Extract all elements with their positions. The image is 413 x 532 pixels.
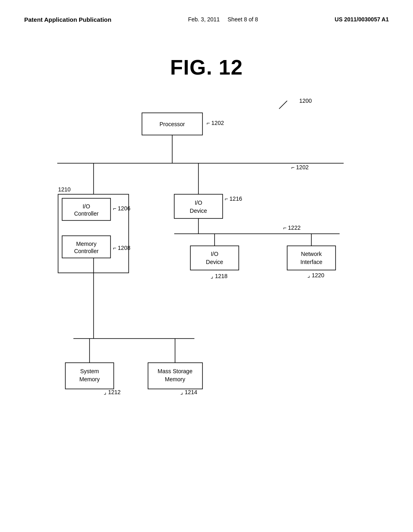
io-device-1216-label1: I/O: [195, 200, 202, 206]
label-1214: ⌟ 1214: [180, 389, 197, 395]
label-1200: 1200: [299, 98, 312, 104]
io-device-1216-box: [174, 194, 223, 218]
io-device-1218-label2: Device: [206, 259, 223, 265]
label-1220: ⌟ 1220: [307, 272, 324, 278]
diagram-container: 1200 Processor ⌐ 1202 ⌐ 1202 1210 I/O Co…: [32, 89, 381, 451]
figure-title: FIG. 12: [0, 55, 413, 79]
header-center: Feb. 3, 2011 Sheet 8 of 8: [188, 16, 258, 23]
io-controller-label1: I/O: [83, 203, 90, 210]
label-1202-bus: ⌐ 1202: [291, 164, 309, 170]
header-sheet: Sheet 8 of 8: [227, 16, 258, 23]
io-device-1218-label1: I/O: [211, 251, 219, 257]
header-right: US 2011/0030057 A1: [335, 16, 389, 23]
label-1206: ⌐ 1206: [113, 205, 130, 212]
header-date: Feb. 3, 2011: [188, 16, 220, 23]
network-interface-box: [287, 246, 336, 270]
network-interface-label1: Network: [301, 251, 322, 257]
label-1202-proc: ⌐ 1202: [206, 120, 224, 126]
memory-controller-label2: Controller: [74, 248, 99, 254]
mass-storage-label1: Mass Storage: [158, 368, 193, 374]
network-interface-label2: Interface: [300, 259, 323, 265]
system-memory-label2: Memory: [79, 376, 100, 382]
system-memory-label1: System: [80, 368, 99, 374]
mass-storage-label2: Memory: [165, 376, 186, 382]
io-device-1216-label2: Device: [190, 208, 207, 214]
page-header: Patent Application Publication Feb. 3, 2…: [0, 0, 413, 23]
label-1216: ⌐ 1216: [225, 195, 242, 202]
processor-label: Processor: [159, 121, 185, 127]
label-1212: ⌟ 1212: [104, 389, 121, 395]
header-left: Patent Application Publication: [24, 16, 111, 23]
label-1210: 1210: [58, 186, 71, 193]
label-1208: ⌐ 1208: [113, 245, 130, 251]
io-controller-label2: Controller: [74, 210, 99, 217]
memory-controller-label1: Memory: [76, 241, 97, 247]
label-1218: ⌟ 1218: [211, 273, 227, 279]
diagram-svg: 1200 Processor ⌐ 1202 ⌐ 1202 1210 I/O Co…: [32, 89, 381, 451]
label-1222: ⌐ 1222: [283, 224, 300, 231]
io-device-1218-box: [190, 246, 239, 270]
